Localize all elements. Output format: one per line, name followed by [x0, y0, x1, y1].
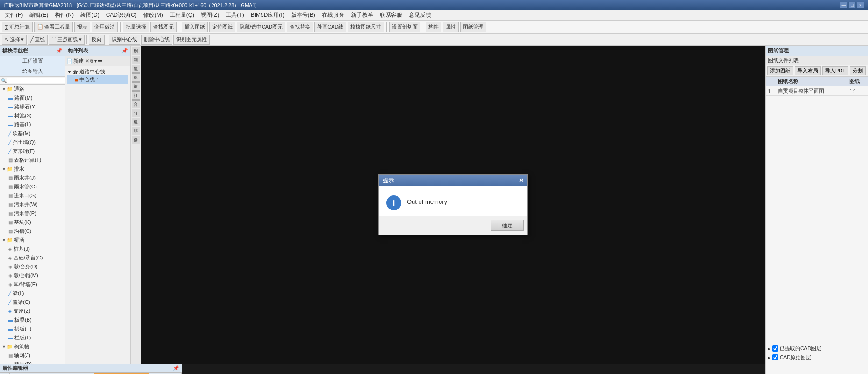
- delete-component-btn[interactable]: ✕: [85, 58, 89, 64]
- more-component-btn[interactable]: ▾: [94, 58, 97, 64]
- tree-item-soft-base[interactable]: ╱软基(M): [0, 129, 65, 138]
- rotate-btn[interactable]: 旋: [132, 82, 140, 91]
- copy-component-btn[interactable]: ⧉: [90, 58, 93, 64]
- break-btn[interactable]: 打: [132, 91, 140, 100]
- menu-bim5d[interactable]: BIM5D应用(I): [248, 10, 287, 20]
- identify-centerline-btn[interactable]: 识别中心线: [109, 35, 140, 45]
- tree-item-bearing[interactable]: ◈支座(Z): [0, 307, 65, 316]
- arc-btn[interactable]: ⌒ 三点画弧 ▾: [49, 35, 85, 45]
- delete-btn[interactable]: 删: [132, 47, 140, 55]
- find-element-btn[interactable]: 查找图元: [150, 22, 177, 32]
- complist-pin-icon[interactable]: 📌: [121, 48, 128, 54]
- nonmod-btn[interactable]: 非: [132, 127, 140, 135]
- menu-modify[interactable]: 修改(M): [141, 10, 166, 20]
- dialog-close-btn[interactable]: ✕: [519, 177, 524, 184]
- drawing-input-btn[interactable]: 绘图输入: [0, 66, 65, 77]
- tree-item-approach-slab[interactable]: ▬搭板(T): [0, 324, 65, 333]
- locate-drawing-btn[interactable]: 定位图纸: [209, 22, 235, 32]
- find-replace-btn[interactable]: 查找替换: [287, 22, 313, 32]
- tree-item-cap-beam[interactable]: ╱盖梁(G): [0, 298, 65, 307]
- repair-btn[interactable]: 修: [132, 136, 140, 144]
- import-layout-btn[interactable]: 导入布局: [795, 66, 821, 75]
- tree-item-sewagewell[interactable]: ▦污水井(W): [0, 200, 65, 209]
- drawing-row-1[interactable]: 1 自贡项目整体平面图 1:1: [766, 86, 868, 96]
- menu-cad[interactable]: CAD识别(C): [103, 10, 140, 20]
- tree-item-curb[interactable]: ▬路缘石(Y): [0, 102, 65, 111]
- tree-item-retaining-wall[interactable]: ╱挡土墙(Q): [0, 138, 65, 147]
- maximize-button[interactable]: □: [848, 2, 856, 8]
- check-scale-btn[interactable]: 校核图纸尺寸: [348, 22, 384, 32]
- report-btn[interactable]: 报表: [74, 22, 90, 32]
- tree-group-structure[interactable]: ▼ 📁 构筑物: [0, 342, 65, 351]
- summarize-btn[interactable]: ∑ 汇总计算: [2, 22, 33, 32]
- tree-item-pavement[interactable]: ▬路面(M): [0, 94, 65, 102]
- tree-item-railing[interactable]: ▬栏板(L): [0, 333, 65, 342]
- tree-item-pit[interactable]: ▦基坑(K): [0, 218, 65, 227]
- import-pdf-btn[interactable]: 导入PDF: [822, 66, 848, 75]
- split-btn[interactable]: 分: [132, 109, 140, 117]
- merge-btn[interactable]: 合: [132, 100, 140, 108]
- tree-item-ear-wall[interactable]: ◈耳\背墙(E): [0, 280, 65, 289]
- menu-tutorial[interactable]: 新手教学: [348, 10, 376, 20]
- tree-item-tree-pool[interactable]: ▬树池(S): [0, 111, 65, 120]
- menu-draw[interactable]: 绘图(D): [78, 10, 102, 20]
- menu-quantity[interactable]: 工程量(Q): [167, 10, 197, 20]
- menu-feedback[interactable]: 意见反馈: [406, 10, 434, 20]
- hide-cad-btn[interactable]: 隐藏/选中CAD图元: [237, 22, 285, 32]
- tree-item-cushion[interactable]: ▬垫层(D): [0, 360, 65, 364]
- menu-online[interactable]: 在线服务: [319, 10, 347, 20]
- tree-group-bridge[interactable]: ▼ 📁 桥涵: [0, 236, 65, 245]
- apply-method-btn[interactable]: 套用做法: [92, 22, 118, 32]
- tree-item-pier-cap[interactable]: ◈墩\台帽(M): [0, 271, 65, 280]
- tree-item-inlet[interactable]: ▦进水口(S): [0, 191, 65, 200]
- set-section-btn[interactable]: 设置剖切面: [389, 22, 420, 32]
- tree-item-beam[interactable]: ╱梁(L): [0, 289, 65, 298]
- reverse-btn[interactable]: 反向: [89, 35, 105, 45]
- identify-prop-btn[interactable]: 识别图元属性: [173, 35, 210, 45]
- batch-select-btn[interactable]: 批量选择: [123, 22, 149, 32]
- drawing-manage-btn[interactable]: 图纸管理: [460, 22, 486, 32]
- tree-item-deform-joint[interactable]: ╱变形缝(F): [0, 147, 65, 156]
- view-quantity-btn[interactable]: 📋 查看工程量: [34, 22, 73, 32]
- tree-group-road[interactable]: ▼ 📁 通路: [0, 85, 65, 94]
- menu-contact[interactable]: 联系客服: [377, 10, 405, 20]
- prop-pin-icon[interactable]: 📌: [173, 365, 179, 371]
- tree-group-drainage[interactable]: ▼ 📁 排水: [0, 165, 65, 173]
- menu-version[interactable]: 版本号(B): [288, 10, 318, 20]
- move-btn[interactable]: 移: [132, 73, 140, 82]
- comp-group-centerline[interactable]: ▼ 🛣 道路中心线: [67, 68, 128, 75]
- insert-drawing-btn[interactable]: 插入图纸: [182, 22, 208, 32]
- menu-tools[interactable]: 工具(T): [223, 10, 247, 20]
- menu-view[interactable]: 视图(Z): [198, 10, 222, 20]
- extracted-cad-checkbox[interactable]: [772, 345, 778, 352]
- line-btn[interactable]: ╱ 直线: [28, 35, 48, 45]
- comp-item-centerline1[interactable]: ■ 中心线-1: [67, 75, 128, 84]
- window-controls[interactable]: — □ ✕: [840, 2, 864, 8]
- tree-item-pile[interactable]: ◈桩基(J): [0, 245, 65, 253]
- extend-btn[interactable]: 延: [132, 118, 140, 126]
- extra-component-btn[interactable]: ▾▾: [98, 58, 102, 64]
- tree-item-rainwell[interactable]: ▦雨水井(J): [0, 173, 65, 182]
- image-btn[interactable]: 镜: [132, 65, 140, 73]
- split-btn2[interactable]: 分割: [850, 66, 866, 75]
- tree-item-trench[interactable]: ▦沟槽(C): [0, 227, 65, 236]
- ok-button[interactable]: 确定: [491, 220, 524, 231]
- menu-file[interactable]: 文件(F): [2, 10, 26, 20]
- tree-item-sewagepipe[interactable]: ▦污水管(P): [0, 209, 65, 218]
- close-button[interactable]: ✕: [857, 2, 864, 8]
- menu-component[interactable]: 构件(N): [52, 10, 77, 20]
- property-btn[interactable]: 属性: [443, 22, 459, 32]
- tree-item-slab[interactable]: ▬板梁(B): [0, 316, 65, 324]
- component-btn[interactable]: 构件: [426, 22, 441, 32]
- tree-search-input[interactable]: [7, 78, 71, 83]
- project-setup-btn[interactable]: 工程设置: [0, 56, 65, 66]
- tree-item-foundation[interactable]: ◈基础\承台(C): [0, 253, 65, 262]
- menu-edit[interactable]: 编辑(E): [27, 10, 51, 20]
- add-cad-line-btn[interactable]: 补画CAD线: [314, 22, 346, 32]
- tree-item-table-calc[interactable]: ▦表格计算(T): [0, 156, 65, 165]
- nav-pin-icon[interactable]: 📌: [56, 48, 63, 54]
- add-drawing-btn[interactable]: 添加图纸: [767, 66, 793, 75]
- delete-centerline-btn[interactable]: 删除中心线: [141, 35, 172, 45]
- original-cad-checkbox[interactable]: [772, 354, 778, 360]
- minimize-button[interactable]: —: [840, 2, 847, 8]
